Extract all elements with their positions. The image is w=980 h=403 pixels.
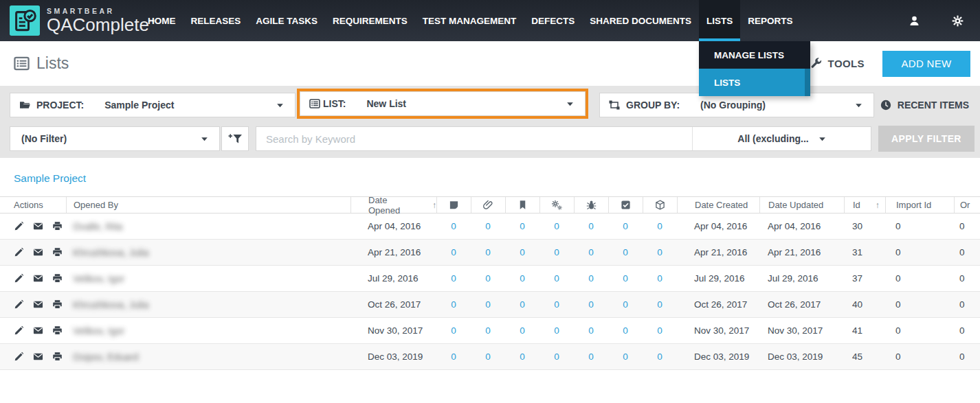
group-by-dropdown[interactable]: GROUP BY: (No Grouping) (599, 93, 874, 117)
column-import-id[interactable]: Import Id (885, 197, 954, 213)
print-icon[interactable] (52, 273, 63, 284)
menu-item-lists[interactable]: LISTS (699, 69, 810, 96)
notes-count-link[interactable]: 0 (451, 221, 456, 231)
items-count-link[interactable]: 0 (657, 273, 662, 284)
tasks-count-link[interactable]: 0 (623, 325, 628, 336)
items-count-link[interactable]: 0 (657, 299, 662, 310)
print-icon[interactable] (52, 325, 63, 336)
notes-count-link[interactable]: 0 (451, 247, 456, 257)
edit-icon[interactable] (14, 299, 24, 310)
defects-count-link[interactable]: 0 (588, 352, 594, 362)
bookmarks-count-link[interactable]: 0 (520, 273, 525, 284)
apply-filter-button[interactable]: APPLY FILTER (878, 126, 975, 152)
column-defects[interactable] (574, 197, 608, 213)
email-icon[interactable] (33, 273, 43, 284)
nav-item-shared-documents[interactable]: SHARED DOCUMENTS (584, 0, 697, 41)
attachments-count-link[interactable]: 0 (485, 247, 491, 257)
edit-icon[interactable] (14, 221, 24, 231)
print-icon[interactable] (52, 352, 63, 362)
column-id[interactable]: Id ↑ (844, 197, 885, 213)
print-icon[interactable] (52, 247, 63, 257)
bookmarks-count-link[interactable]: 0 (520, 299, 525, 310)
automations-count-link[interactable]: 0 (554, 247, 559, 257)
attachments-count-link[interactable]: 0 (485, 352, 491, 362)
tasks-count-link[interactable]: 0 (623, 352, 628, 362)
items-count-link[interactable]: 0 (657, 247, 662, 257)
items-count-link[interactable]: 0 (657, 352, 662, 362)
automations-count-link[interactable]: 0 (554, 325, 559, 336)
column-actions[interactable]: Actions (0, 197, 66, 213)
column-order[interactable]: Or (954, 197, 980, 213)
edit-icon[interactable] (14, 247, 24, 257)
defects-count-link[interactable]: 0 (588, 325, 594, 336)
column-date-created[interactable]: Date Created (677, 197, 759, 213)
search-scope-dropdown[interactable]: All (excluding... (692, 127, 871, 150)
column-attachments[interactable] (471, 197, 505, 213)
tools-button[interactable]: TOOLS (810, 58, 865, 69)
nav-item-requirements[interactable]: REQUIREMENTS (327, 0, 413, 41)
project-group-link[interactable]: Sample Project (14, 172, 86, 185)
items-count-link[interactable]: 0 (657, 325, 662, 336)
automations-count-link[interactable]: 0 (554, 273, 559, 284)
search-input[interactable] (256, 133, 692, 145)
defects-count-link[interactable]: 0 (588, 273, 594, 284)
brand[interactable]: SMARTBEAR QAComplete™ (0, 0, 135, 41)
print-icon[interactable] (52, 221, 63, 231)
list-dropdown[interactable]: LIST: New List (300, 91, 586, 116)
column-bookmarks[interactable] (505, 197, 539, 213)
nav-item-releases[interactable]: RELEASES (186, 0, 247, 41)
nav-item-reports[interactable]: REPORTS (742, 0, 798, 41)
notes-count-link[interactable]: 0 (451, 299, 456, 310)
email-icon[interactable] (33, 221, 43, 231)
print-icon[interactable] (52, 299, 63, 310)
email-icon[interactable] (33, 247, 43, 257)
column-tasks[interactable] (608, 197, 643, 213)
column-opened-by[interactable]: Opened By (66, 197, 350, 213)
attachments-count-link[interactable]: 0 (485, 273, 491, 284)
notes-count-link[interactable]: 0 (451, 273, 456, 284)
edit-icon[interactable] (14, 352, 24, 362)
bookmarks-count-link[interactable]: 0 (520, 247, 525, 257)
email-icon[interactable] (33, 352, 43, 362)
gear-icon[interactable] (952, 15, 964, 27)
nav-item-test-management[interactable]: TEST MANAGEMENT (417, 0, 522, 41)
column-date-updated[interactable]: Date Updated (759, 197, 844, 213)
nav-item-home[interactable]: HOME (142, 0, 181, 41)
tasks-count-link[interactable]: 0 (623, 221, 628, 231)
defects-count-link[interactable]: 0 (588, 299, 594, 310)
email-icon[interactable] (33, 299, 43, 310)
tasks-count-link[interactable]: 0 (623, 299, 628, 310)
email-icon[interactable] (33, 325, 43, 336)
add-filter-button[interactable] (221, 126, 249, 151)
automations-count-link[interactable]: 0 (554, 221, 559, 231)
nav-item-lists[interactable]: LISTS MANAGE LISTS LISTS (699, 0, 740, 41)
nav-item-defects[interactable]: DEFECTS (526, 0, 580, 41)
attachments-count-link[interactable]: 0 (485, 221, 491, 231)
recent-items-button[interactable]: RECENT ITEMS (880, 93, 969, 117)
bookmarks-count-link[interactable]: 0 (520, 352, 525, 362)
items-count-link[interactable]: 0 (657, 221, 662, 231)
project-dropdown[interactable]: PROJECT: Sample Project (10, 93, 296, 117)
edit-icon[interactable] (14, 273, 24, 284)
automations-count-link[interactable]: 0 (554, 299, 559, 310)
defects-count-link[interactable]: 0 (588, 221, 594, 231)
notes-count-link[interactable]: 0 (451, 352, 456, 362)
saved-filter-dropdown[interactable]: (No Filter) (10, 126, 220, 151)
add-new-button[interactable]: ADD NEW (882, 51, 970, 77)
tasks-count-link[interactable]: 0 (623, 273, 628, 284)
column-automations[interactable] (539, 197, 574, 213)
edit-icon[interactable] (14, 325, 24, 336)
column-items[interactable] (643, 197, 677, 213)
user-icon[interactable] (909, 15, 920, 27)
tasks-count-link[interactable]: 0 (623, 247, 628, 257)
menu-item-manage-lists[interactable]: MANAGE LISTS (699, 41, 810, 69)
notes-count-link[interactable]: 0 (451, 325, 456, 336)
attachments-count-link[interactable]: 0 (485, 299, 491, 310)
nav-item-agile-tasks[interactable]: AGILE TASKS (250, 0, 323, 41)
attachments-count-link[interactable]: 0 (485, 325, 491, 336)
automations-count-link[interactable]: 0 (554, 352, 559, 362)
bookmarks-count-link[interactable]: 0 (520, 221, 525, 231)
column-date-opened[interactable]: Date Opened ↑ (350, 197, 436, 213)
bookmarks-count-link[interactable]: 0 (520, 325, 525, 336)
defects-count-link[interactable]: 0 (588, 247, 594, 257)
